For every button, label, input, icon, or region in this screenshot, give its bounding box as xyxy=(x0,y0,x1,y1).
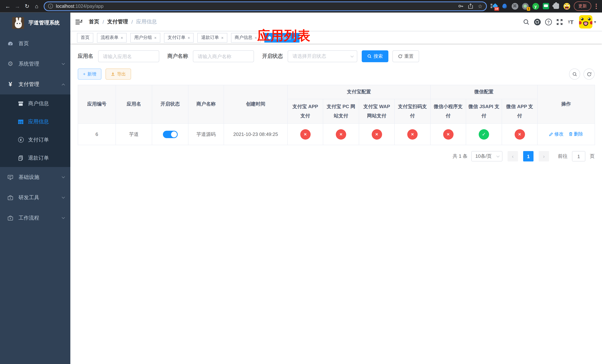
prev-page-button[interactable]: ‹ xyxy=(508,151,518,161)
col-merchant: 商户名称 xyxy=(188,85,224,124)
github-icon[interactable] xyxy=(532,16,543,27)
col-app-id: 应用编号 xyxy=(78,85,116,124)
status-toggle[interactable] xyxy=(163,130,178,138)
sidebar-fold-icon[interactable] xyxy=(75,19,82,25)
sidebar-item-pay-order[interactable]: ¥ 支付订单 xyxy=(0,131,70,149)
share-icon[interactable] xyxy=(468,3,473,9)
coin-yen-icon: ¥ xyxy=(18,137,24,143)
tag-user-group[interactable]: 用户分组× xyxy=(130,33,160,43)
browser-update-button[interactable]: 更新 xyxy=(574,1,591,11)
svg-text:?: ? xyxy=(547,20,550,24)
sidebar-item-workflow[interactable]: 工作流程 xyxy=(0,208,70,228)
browser-menu-icon[interactable] xyxy=(593,3,599,9)
filter-form: 应用名 商户名称 开启状态 请选择开启状态 搜索 重置 xyxy=(78,50,595,62)
chevron-down-icon xyxy=(62,175,65,178)
col-wechat-app: 微信 APP 支付 xyxy=(502,99,538,124)
address-bar[interactable]: i localhost :1024/pay/app ☆ xyxy=(44,1,487,11)
sidebar-item-merchant-info[interactable]: 商户信息 xyxy=(0,95,70,113)
close-icon[interactable]: × xyxy=(188,35,190,40)
logo-image xyxy=(12,17,24,29)
col-alipay-qr: 支付宝扫码支付 xyxy=(395,99,430,124)
close-icon[interactable]: × xyxy=(154,35,157,40)
logo-row[interactable]: 芋道管理系统 xyxy=(0,13,70,33)
cell-app-name: 芋道 xyxy=(116,124,152,145)
breadcrumb-payment[interactable]: 支付管理 xyxy=(107,19,128,25)
header-search-icon[interactable] xyxy=(521,16,532,27)
col-wechat-mini: 微信小程序支付 xyxy=(430,99,466,124)
extensions-area: 10 ⌘ 1 y xyxy=(491,3,570,10)
page-1-button[interactable]: 1 xyxy=(523,151,534,161)
browser-reload-icon[interactable]: ↻ xyxy=(22,1,32,11)
site-info-icon[interactable]: i xyxy=(48,4,53,9)
extension-balloon-icon[interactable] xyxy=(501,3,508,10)
tag-home[interactable]: 首页 xyxy=(77,33,93,43)
status-label: 开启状态 xyxy=(262,53,283,60)
reset-button[interactable]: 重置 xyxy=(392,50,419,62)
extension-badge: 1 xyxy=(527,7,530,11)
col-created-at: 创建时间 xyxy=(224,85,288,124)
tag-merchant-info[interactable]: 商户信息× xyxy=(231,33,261,43)
help-icon[interactable]: ? xyxy=(543,16,554,27)
sidebar-item-refund-order[interactable]: 退款订单 xyxy=(0,149,70,167)
add-button[interactable]: + 新增 xyxy=(78,68,101,80)
extension-emoji-icon[interactable] xyxy=(563,3,570,10)
export-button[interactable]: 导出 xyxy=(106,68,131,80)
browser-home-icon[interactable]: ⌂ xyxy=(32,1,42,11)
close-icon[interactable]: × xyxy=(121,35,123,40)
browser-forward-icon[interactable]: → xyxy=(13,1,22,11)
chevron-down-icon xyxy=(62,216,65,219)
goto-label: 前往 xyxy=(558,153,568,160)
page-size-select[interactable]: 10条/页 xyxy=(471,151,502,161)
chevron-up-icon xyxy=(62,84,65,87)
refresh-icon-button[interactable] xyxy=(583,68,595,80)
url-host: localhost xyxy=(56,3,74,9)
extension-command-icon[interactable]: ⌘ xyxy=(511,3,518,10)
font-size-icon[interactable]: TT xyxy=(565,16,576,27)
sidebar-item-app-info[interactable]: 应用信息 xyxy=(0,113,70,131)
sidebar-item-system[interactable]: ⚙ 系统管理 xyxy=(0,54,70,74)
goto-page-input[interactable] xyxy=(572,151,585,161)
bookmark-star-icon[interactable]: ☆ xyxy=(478,3,483,9)
col-wechat-jsapi: 微信 JSAPI 支付 xyxy=(466,99,502,124)
close-icon[interactable]: × xyxy=(221,35,224,40)
sidebar-item-infra[interactable]: 基础设施 xyxy=(0,167,70,187)
app-name-input[interactable] xyxy=(98,50,159,62)
cell-status xyxy=(152,124,188,145)
pagination: 共 1 条 10条/页 ‹ 1 › 前往 页 xyxy=(78,151,595,161)
fullscreen-icon[interactable] xyxy=(554,16,565,27)
sidebar-item-dev-tools[interactable]: 研发工具 xyxy=(0,187,70,208)
alipay-app-disabled-icon: × xyxy=(300,129,311,139)
sidebar-item-home[interactable]: 首页 xyxy=(0,33,70,54)
extension-chat-icon[interactable] xyxy=(542,3,549,10)
password-key-icon[interactable] xyxy=(458,3,464,9)
url-path: :1024/pay/app xyxy=(74,3,104,9)
toggle-search-icon-button[interactable] xyxy=(569,68,580,80)
search-button[interactable]: 搜索 xyxy=(362,50,388,62)
close-icon[interactable]: × xyxy=(255,35,257,40)
tag-process-form[interactable]: 流程表单× xyxy=(97,33,127,43)
extension-badge: 10 xyxy=(494,7,499,11)
tag-refund-order[interactable]: 退款订单× xyxy=(197,33,227,43)
dashboard-icon xyxy=(7,41,13,46)
avatar-caret-down-icon[interactable]: ▾ xyxy=(594,20,596,24)
breadcrumb-current: 应用信息 xyxy=(136,19,157,25)
extension-proxy-icon[interactable]: 1 xyxy=(522,3,529,10)
edit-link[interactable]: 修改 xyxy=(549,131,563,138)
extension-devtools-icon[interactable]: 10 xyxy=(491,3,498,10)
tag-pay-order[interactable]: 支付订单× xyxy=(164,33,194,43)
screen: ← → ↻ ⌂ i localhost :1024/pay/app ☆ 10 ⌘ xyxy=(0,0,602,364)
extensions-puzzle-icon[interactable] xyxy=(553,3,560,10)
next-page-button[interactable]: › xyxy=(539,151,549,161)
status-select[interactable]: 请选择开启状态 xyxy=(288,50,357,62)
chevron-down-icon xyxy=(62,62,65,65)
user-avatar[interactable] xyxy=(579,15,592,29)
top-navbar: 首页 / 支付管理 / 应用信息 ? xyxy=(70,13,602,31)
delete-link[interactable]: 删除 xyxy=(569,131,583,137)
merchant-name-input[interactable] xyxy=(193,50,254,62)
sidebar-item-payment[interactable]: ¥ 支付管理 xyxy=(0,74,70,95)
col-alipay-pc: 支付宝 PC 网站支付 xyxy=(323,99,359,124)
browser-back-icon[interactable]: ← xyxy=(3,1,13,11)
merchant-name-label: 商户名称 xyxy=(167,53,188,60)
breadcrumb-home[interactable]: 首页 xyxy=(89,19,99,25)
extension-y-icon[interactable]: y xyxy=(532,3,539,10)
